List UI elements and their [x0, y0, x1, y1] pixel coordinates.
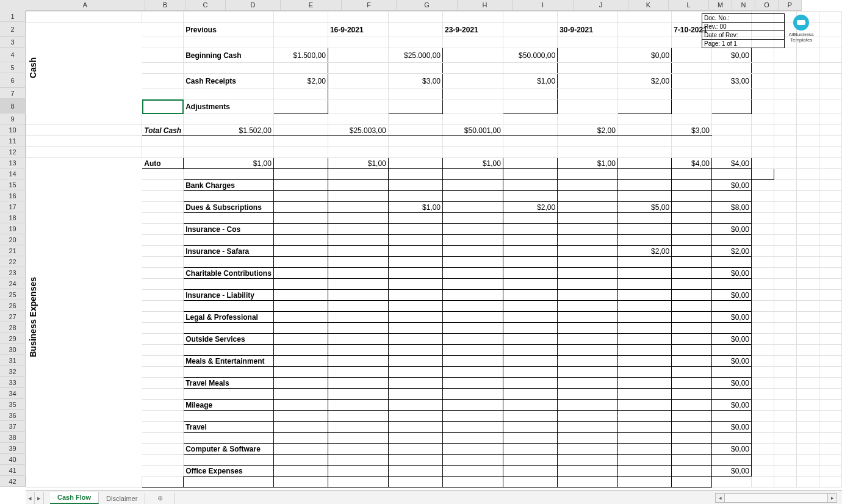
cell[interactable] — [273, 63, 328, 74]
cell[interactable] — [26, 12, 142, 23]
cell[interactable] — [142, 23, 184, 37]
cell[interactable]: $4,00 — [711, 158, 751, 169]
cell[interactable] — [388, 23, 442, 37]
cell[interactable] — [752, 158, 774, 169]
cell[interactable] — [443, 477, 503, 488]
cell[interactable] — [388, 88, 442, 99]
cell[interactable]: $0,00 — [711, 466, 751, 477]
column-header[interactable]: F — [342, 0, 397, 11]
expense-label[interactable]: Dues & Subscriptions — [184, 202, 274, 213]
cell[interactable]: $8,00 — [711, 202, 751, 213]
cell[interactable]: $0,00 — [711, 378, 751, 389]
cell[interactable] — [617, 213, 671, 224]
expense-label[interactable]: Mileage — [184, 400, 274, 411]
cell[interactable] — [273, 114, 328, 125]
cell[interactable] — [142, 301, 184, 312]
cell[interactable] — [328, 356, 388, 367]
cell[interactable]: $2,00 — [558, 125, 618, 136]
cell[interactable] — [774, 334, 796, 345]
cell[interactable] — [273, 37, 328, 48]
cell[interactable] — [273, 99, 328, 114]
cell[interactable] — [142, 12, 184, 23]
cell[interactable] — [711, 147, 751, 158]
cell[interactable] — [672, 88, 712, 99]
cell[interactable] — [328, 48, 388, 63]
cell[interactable] — [273, 158, 328, 169]
cell[interactable] — [796, 48, 819, 63]
cell[interactable] — [443, 202, 503, 213]
cell[interactable] — [774, 290, 796, 301]
cell[interactable] — [774, 477, 796, 488]
cell[interactable] — [819, 37, 841, 48]
cell[interactable] — [752, 477, 774, 488]
cell[interactable] — [672, 356, 712, 367]
cell[interactable] — [328, 202, 388, 213]
cell[interactable] — [328, 345, 388, 356]
cell[interactable] — [503, 345, 557, 356]
cell[interactable] — [503, 411, 557, 422]
cell[interactable] — [617, 389, 671, 400]
cell[interactable] — [328, 136, 388, 147]
cell[interactable] — [796, 290, 819, 301]
cell[interactable] — [142, 444, 184, 455]
cell[interactable] — [273, 268, 328, 279]
expense-label[interactable]: Insurance - Safara — [184, 246, 274, 257]
cell[interactable] — [752, 290, 774, 301]
cell[interactable] — [711, 88, 751, 99]
cell[interactable] — [184, 88, 274, 99]
cell[interactable] — [711, 191, 751, 202]
cell[interactable] — [819, 246, 841, 257]
cell[interactable] — [503, 257, 557, 268]
cell[interactable] — [142, 37, 184, 48]
cell[interactable] — [672, 301, 712, 312]
cell[interactable] — [273, 444, 328, 455]
cell[interactable] — [819, 378, 841, 389]
cell[interactable] — [752, 455, 774, 466]
cell[interactable] — [558, 466, 618, 477]
row-header[interactable]: 34 — [0, 388, 26, 399]
cell[interactable] — [503, 37, 557, 48]
cell[interactable] — [184, 301, 274, 312]
cell[interactable] — [752, 422, 774, 433]
column-header[interactable]: C — [185, 0, 226, 11]
cell[interactable] — [617, 235, 671, 246]
cell[interactable] — [328, 411, 388, 422]
cell[interactable] — [819, 224, 841, 235]
cell[interactable] — [503, 466, 557, 477]
row-header[interactable]: 26 — [0, 300, 26, 311]
cell[interactable] — [796, 136, 819, 147]
cell[interactable] — [184, 345, 274, 356]
cell[interactable] — [796, 125, 819, 136]
cell[interactable] — [328, 213, 388, 224]
row-header[interactable]: 1 — [0, 11, 26, 22]
cell[interactable] — [142, 213, 184, 224]
cell[interactable] — [672, 290, 712, 301]
cell[interactable] — [796, 411, 819, 422]
cell[interactable] — [503, 88, 557, 99]
horizontal-scrollbar[interactable]: ◂ ▸ — [715, 494, 837, 502]
cell[interactable] — [774, 125, 796, 136]
cell[interactable] — [443, 191, 503, 202]
cell[interactable] — [388, 213, 442, 224]
cell[interactable] — [711, 477, 751, 488]
cell[interactable] — [184, 169, 274, 180]
cell[interactable] — [142, 99, 184, 114]
cell[interactable] — [774, 323, 796, 334]
cell[interactable] — [142, 48, 184, 63]
cell[interactable] — [558, 191, 618, 202]
cell[interactable] — [752, 125, 774, 136]
cell[interactable] — [142, 114, 184, 125]
cell[interactable] — [796, 180, 819, 191]
cell[interactable] — [388, 257, 442, 268]
cell[interactable] — [752, 312, 774, 323]
cell[interactable] — [142, 257, 184, 268]
column-header[interactable]: A — [26, 0, 145, 11]
cell[interactable] — [503, 389, 557, 400]
cell[interactable] — [672, 191, 712, 202]
cell[interactable] — [184, 257, 274, 268]
cell[interactable] — [672, 114, 712, 125]
cell[interactable] — [388, 466, 442, 477]
cell[interactable] — [796, 257, 819, 268]
cell[interactable] — [142, 378, 184, 389]
cell[interactable] — [672, 246, 712, 257]
